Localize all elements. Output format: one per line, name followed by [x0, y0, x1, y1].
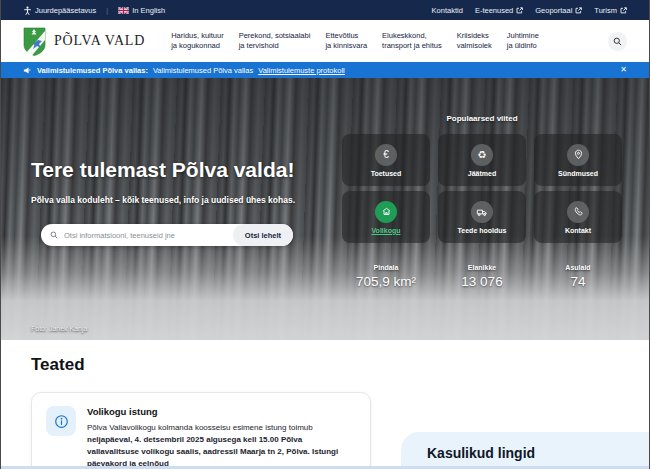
- notice-card[interactable]: Volikogu istung Põlva Vallavolikogu kolm…: [31, 392, 371, 469]
- euro-icon: €: [375, 144, 397, 166]
- logo-text: PÕLVA VALD: [54, 33, 145, 49]
- hero-subtitle: Põlva valla koduleht – kõik teenused, in…: [31, 195, 295, 205]
- nav-perekond[interactable]: Perekond, sotsiaalabi ja tervishoid: [239, 31, 311, 52]
- tile-toetused[interactable]: € Toetused: [342, 134, 430, 186]
- topbar-link-geoportaal[interactable]: Geoportaal: [535, 6, 582, 15]
- topbar-divider: |: [106, 6, 108, 15]
- notice-body: Põlva Vallavolikogu kolmanda koosseisu e…: [87, 422, 356, 469]
- map-pin-icon: [567, 144, 589, 166]
- nav-ettevotlus[interactable]: Ettevõtlus ja kinnisvara: [325, 31, 367, 52]
- announcement-bold: Valimistulemused Põlva vallas:: [37, 66, 148, 75]
- language-label: In English: [132, 6, 165, 15]
- photo-credit: Foto: Janek Kanja: [31, 325, 87, 332]
- announcement-link[interactable]: Valimistulemuste protokoll: [258, 66, 345, 75]
- announcement-bar: Valimistulemused Põlva vallas: Valimistu…: [1, 62, 649, 78]
- external-link-icon: [620, 7, 627, 14]
- page: Juurdepääsetavus | In English Konta: [0, 0, 650, 469]
- uk-flag-icon: [118, 7, 129, 14]
- main-header: PÕLVA VALD Haridus, kultuur ja kogukonna…: [1, 20, 649, 62]
- tile-teede-hooldus[interactable]: Teede hooldus: [438, 191, 526, 243]
- main-nav: Haridus, kultuur ja kogukonnad Perekond,…: [171, 31, 539, 52]
- nav-haridus[interactable]: Haridus, kultuur ja kogukonnad: [171, 31, 224, 52]
- search-icon: [613, 37, 622, 46]
- announcement-close-icon[interactable]: ✕: [620, 66, 627, 74]
- topbar-link-eteenused[interactable]: E-teenused: [475, 6, 523, 15]
- recycle-icon: ♻: [471, 144, 493, 166]
- stat-elanikke: Elanikke 13 076: [438, 264, 526, 289]
- stat-asulaid: Asulaid 74: [534, 264, 622, 289]
- tile-volikogu[interactable]: Volikogu: [342, 191, 430, 243]
- announcement-text: Valimistulemused Põlva vallas: [153, 66, 253, 75]
- coat-of-arms-icon: [23, 27, 46, 56]
- external-link-icon: [575, 7, 582, 14]
- stat-pindala: Pindala 705,9 km²: [342, 264, 430, 289]
- content-section: Teated Volikogu istung Põlva Vallavoliko…: [1, 340, 649, 469]
- hero-search-input[interactable]: [58, 231, 233, 240]
- quicklinks-title: Populaarsed viited: [342, 114, 622, 123]
- accessibility-label: Juurdepääsetavus: [35, 6, 96, 15]
- notice-title: Volikogu istung: [87, 406, 356, 417]
- tile-sundmused[interactable]: Sündmused: [534, 134, 622, 186]
- useful-links-heading: Kasulikud lingid: [401, 432, 650, 461]
- external-link-icon: [516, 7, 523, 14]
- tile-jaatmed[interactable]: ♻ Jäätmed: [438, 134, 526, 186]
- hero-search-submit[interactable]: Otsi lehelt: [233, 224, 293, 246]
- info-icon: [46, 406, 76, 436]
- home-icon: [375, 201, 397, 223]
- quicklink-tiles: € Toetused ♻ Jäätmed Sündmused: [342, 134, 622, 243]
- tile-kontakt[interactable]: Kontakt: [534, 191, 622, 243]
- hero-title: Tere tulemast Põlva valda!: [31, 158, 294, 182]
- nav-juhtimine[interactable]: Juhtimine ja üldinfo: [507, 31, 539, 52]
- hero-search-bar: Otsi lehelt: [41, 224, 293, 246]
- municipality-stats: Pindala 705,9 km² Elanikke 13 076 Asulai…: [342, 264, 622, 289]
- notice-content: Volikogu istung Põlva Vallavolikogu kolm…: [87, 406, 356, 469]
- megaphone-icon: [23, 66, 32, 75]
- nav-elukeskkond[interactable]: Elukeskkond, transport ja ehitus: [382, 31, 442, 52]
- utility-bar: Juurdepääsetavus | In English Konta: [1, 0, 649, 20]
- site-logo[interactable]: PÕLVA VALD: [23, 27, 145, 56]
- topbar-link-kontaktid[interactable]: Kontaktid: [432, 6, 463, 15]
- accessibility-link[interactable]: Juurdepääsetavus: [23, 6, 96, 15]
- hero-section: Tere tulemast Põlva valda! Põlva valla k…: [1, 78, 649, 340]
- truck-icon: [471, 201, 493, 223]
- accessibility-icon: [23, 6, 32, 15]
- useful-links-panel: Kasulikud lingid: [401, 432, 650, 469]
- teated-heading: Teated: [31, 355, 85, 375]
- header-search-button[interactable]: [608, 32, 627, 51]
- nav-kriisideks[interactable]: Kriisideks valmisolek: [457, 31, 492, 52]
- phone-icon: [567, 201, 589, 223]
- language-link[interactable]: In English: [118, 6, 165, 15]
- search-icon: [50, 231, 58, 239]
- topbar-link-turism[interactable]: Turism: [594, 6, 627, 15]
